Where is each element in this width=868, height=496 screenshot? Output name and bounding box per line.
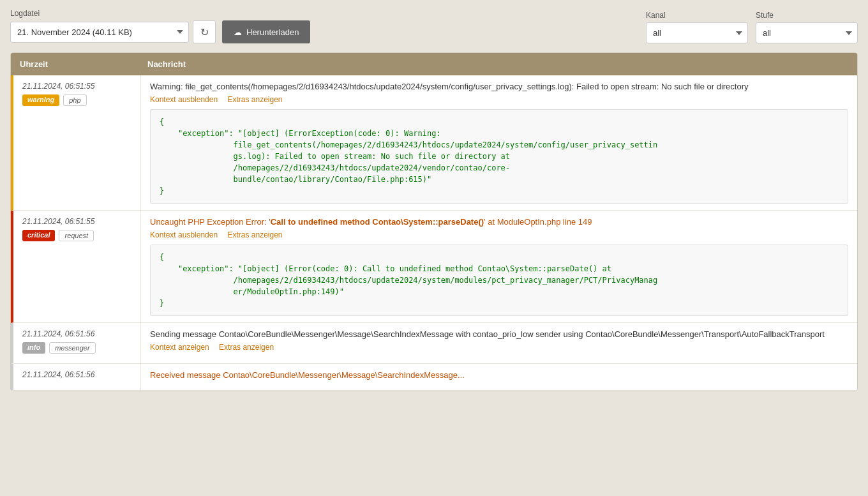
stufe-label: Stufe <box>756 11 858 20</box>
logfile-select-wrapper: 21. November 2024 (40.11 KB) ↻ <box>10 20 216 43</box>
timestamp-1: 21.11.2024, 06:51:55 <box>22 82 131 91</box>
log-links-1: Kontext ausblenden Extras anzeigen <box>150 95 848 104</box>
timestamp-3: 21.11.2024, 06:51:56 <box>22 329 131 338</box>
log-links-2: Kontext ausblenden Extras anzeigen <box>150 230 848 239</box>
log-message-2: Uncaught PHP Exception Error: 'Call to u… <box>150 217 848 227</box>
log-message-4: Received message Contao\CoreBundle\Messe… <box>150 370 848 380</box>
extras-anzeigen-link-2[interactable]: Extras anzeigen <box>227 230 282 239</box>
logfile-select[interactable]: 21. November 2024 (40.11 KB) <box>10 22 189 43</box>
col-message-header: Nachricht <box>138 53 857 75</box>
badge-critical-2: critical <box>22 230 55 241</box>
extras-anzeigen-link-1[interactable]: Extras anzeigen <box>227 95 282 104</box>
log-body[interactable]: 21.11.2024, 06:51:55 warning php Warning… <box>11 75 857 391</box>
cloud-download-icon: ☁ <box>234 27 242 37</box>
refresh-button[interactable]: ↻ <box>193 20 216 43</box>
kontext-ausblenden-link-2[interactable]: Kontext ausblenden <box>150 230 218 239</box>
log-entry-4: 21.11.2024, 06:51:56 Received message Co… <box>11 364 857 391</box>
logfile-group: Logdatei 21. November 2024 (40.11 KB) ↻ <box>10 9 216 43</box>
timestamp-2: 21.11.2024, 06:51:55 <box>22 217 131 226</box>
log-right-2: Uncaught PHP Exception Error: 'Call to u… <box>141 211 857 322</box>
badge-row-3: info messenger <box>22 342 131 354</box>
log-code-2: { "exception": "[object] (Error(code: 0)… <box>150 244 848 316</box>
log-entry-2: 21.11.2024, 06:51:55 critical request Un… <box>11 211 857 323</box>
download-button[interactable]: ☁ Herunterladen <box>222 20 310 43</box>
extras-anzeigen-link-3[interactable]: Extras anzeigen <box>219 343 274 352</box>
timestamp-4: 21.11.2024, 06:51:56 <box>22 370 131 379</box>
log-entry-1: 21.11.2024, 06:51:55 warning php Warning… <box>11 75 857 211</box>
log-code-1: { "exception": "[object] (ErrorException… <box>150 109 848 204</box>
log-left-2: 21.11.2024, 06:51:55 critical request <box>13 211 141 322</box>
col-time-header: Uhrzeit <box>11 53 138 75</box>
badge-warning-1: warning <box>22 94 59 106</box>
log-right-3: Sending message Contao\CoreBundle\Messen… <box>141 323 857 363</box>
badge-messenger-3: messenger <box>49 342 95 354</box>
badge-php-1: php <box>63 94 86 106</box>
log-message-3: Sending message Contao\CoreBundle\Messen… <box>150 329 848 339</box>
kanal-label: Kanal <box>646 11 748 20</box>
log-left-1: 21.11.2024, 06:51:55 warning php <box>13 75 141 210</box>
badge-row-1: warning php <box>22 94 131 106</box>
log-table-header: Uhrzeit Nachricht <box>11 53 857 75</box>
log-message-1: Warning: file_get_contents(/homepages/2/… <box>150 82 848 91</box>
log-entry-3: 21.11.2024, 06:51:56 info messenger Send… <box>11 323 857 364</box>
kanal-select[interactable]: allphpmessengerrequest <box>646 22 748 43</box>
log-right-4: Received message Contao\CoreBundle\Messe… <box>141 364 857 390</box>
log-left-4: 21.11.2024, 06:51:56 <box>13 364 141 390</box>
log-links-3: Kontext anzeigen Extras anzeigen <box>150 343 848 352</box>
kontext-ausblenden-link-1[interactable]: Kontext ausblenden <box>150 95 218 104</box>
stufe-select[interactable]: allinfowarningcriticalerror <box>756 22 858 43</box>
stufe-group: Stufe allinfowarningcriticalerror <box>756 11 858 43</box>
logfile-label: Logdatei <box>10 9 216 18</box>
log-right-1: Warning: file_get_contents(/homepages/2/… <box>141 75 857 210</box>
log-left-3: 21.11.2024, 06:51:56 info messenger <box>13 323 141 363</box>
kanal-stufe-group: Kanal allphpmessengerrequest Stufe allin… <box>646 11 858 43</box>
badge-row-2: critical request <box>22 230 131 241</box>
badge-request-2: request <box>59 230 94 241</box>
kanal-group: Kanal allphpmessengerrequest <box>646 11 748 43</box>
badge-info-3: info <box>22 342 45 354</box>
log-container: Uhrzeit Nachricht 21.11.2024, 06:51:55 w… <box>10 52 858 391</box>
kontext-anzeigen-link-3[interactable]: Kontext anzeigen <box>150 343 209 352</box>
top-bar: Logdatei 21. November 2024 (40.11 KB) ↻ … <box>0 0 868 52</box>
refresh-icon: ↻ <box>200 26 209 38</box>
